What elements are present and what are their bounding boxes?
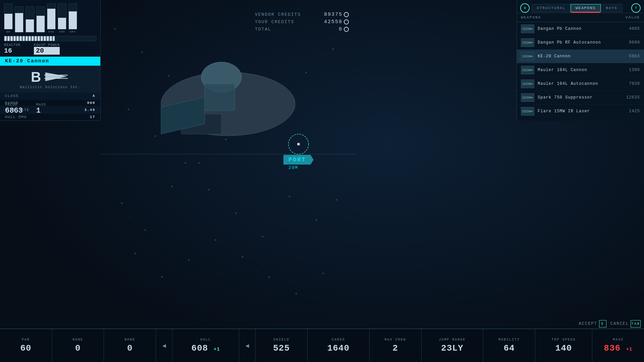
accept-key: E [599, 320, 606, 327]
weapon-name: Flare 15MW IR Laser [538, 109, 623, 114]
stat-bar-grv: GRV [68, 3, 77, 33]
weapon-icon [521, 93, 534, 102]
tab-accent [571, 12, 600, 13]
weapon-item[interactable]: Mauler 104L Autocannon7030 [517, 77, 644, 91]
weapon-icon [521, 66, 534, 74]
accept-button[interactable]: ACCEPT E [579, 320, 606, 327]
ship-viewport [101, 10, 356, 231]
manufacturer-name: Ballistic Solutions Inc. [20, 85, 80, 89]
port-label: PORT [283, 155, 314, 165]
svg-rect-5 [205, 84, 235, 111]
tab-bar: 0 STRUCTURAL WEAPONS BAYS T [517, 0, 644, 13]
weapon-value: 12635 [626, 95, 640, 100]
weapon-name: Mauler 104L Cannon [538, 68, 623, 72]
port-distance: 29M [283, 165, 298, 170]
bottom-none-2: NONE 0 [104, 329, 156, 362]
weapon-value: 7030 [627, 81, 640, 86]
svg-rect-29 [531, 97, 533, 98]
svg-rect-17 [531, 42, 533, 43]
your-credits-label: YOUR CREDITS [255, 19, 294, 24]
stat-bar-2 [15, 6, 23, 33]
accept-label: ACCEPT [579, 321, 597, 326]
svg-rect-30 [522, 96, 528, 99]
weapon-icon [521, 52, 534, 61]
weapons-list-header: WEAPONS VALUE [517, 13, 644, 22]
action-buttons: ACCEPT E CANCEL TAB [579, 320, 641, 327]
svg-text:B: B [31, 69, 41, 84]
tab-structural[interactable]: STRUCTURAL [532, 4, 571, 12]
right-panel: 0 STRUCTURAL WEAPONS BAYS T WEAPONS VALU… [517, 0, 644, 121]
weapon-name: Dangan Pb Cannon [538, 26, 623, 31]
svg-marker-10 [45, 72, 67, 81]
svg-rect-20 [531, 56, 533, 57]
weapon-name: Dangan Pb RF Autocannon [538, 40, 623, 45]
bottom-arrow-2: ◀ [239, 329, 256, 362]
weapon-name: Spark 750 Suppressor [538, 95, 623, 100]
bottom-shield: SHIELD 525 [256, 329, 308, 362]
svg-rect-14 [531, 28, 533, 29]
weapons-col-header: WEAPONS [521, 15, 541, 19]
tab-circle-left[interactable]: 0 [520, 3, 530, 13]
power-bar-container [0, 35, 100, 43]
cancel-label: CANCEL [610, 321, 629, 326]
cancel-button[interactable]: CANCEL TAB [610, 320, 641, 327]
weapon-item[interactable]: Flare 15MW IR Laser1425 [517, 105, 644, 116]
stat-bars-row: W0 ENG [0, 0, 100, 35]
svg-rect-21 [522, 55, 528, 58]
total-credit-icon [344, 27, 349, 32]
bottom-none-1: NONE 0 [52, 329, 104, 362]
bottom-mobility: MOBILITY 64 [483, 329, 535, 362]
svg-rect-27 [522, 82, 528, 85]
manufacturer-logo: B [30, 69, 70, 84]
weapon-value: 1306 [627, 68, 640, 72]
weapon-value: 6863 [627, 54, 640, 59]
weapon-item[interactable]: KE-20 Cannon6863 [517, 50, 644, 63]
bottom-bar: PAR 60 NONE 0 NONE 0 ◀ HULL 608 +1 ◀ SHI… [0, 328, 644, 362]
weapon-item[interactable]: Dangan Pb Cannon4085 [517, 22, 644, 36]
bottom-par: PAR 60 [0, 329, 52, 362]
bottom-top-speed: TOP SPEED 140 [535, 329, 592, 362]
power-bar [4, 36, 96, 41]
weapon-item[interactable]: Spark 750 Suppressor12635 [517, 91, 644, 105]
vendor-credits-value: 89375 [324, 12, 342, 17]
weapon-name: KE-20 Cannon [538, 54, 623, 59]
value-display: 6863 [5, 107, 23, 115]
weapon-item[interactable]: Mauler 104L Cannon1306 [517, 63, 644, 77]
weapon-icon [521, 38, 534, 47]
weapon-value: 1425 [627, 109, 640, 114]
weapon-icon [521, 79, 534, 88]
weapon-value: 4085 [627, 26, 640, 31]
your-credit-icon [344, 19, 349, 24]
weapons-list: Dangan Pb Cannon4085 Dangan Pb RF Autoca… [517, 22, 644, 116]
bottom-max-crew: MAX CREW 2 [370, 329, 422, 362]
svg-rect-26 [531, 83, 533, 84]
your-credits-value: 42558 [324, 19, 342, 25]
weapon-item[interactable]: Dangan Pb RF Autocannon9690 [517, 36, 644, 50]
bottom-hull: HULL 608 +1 [172, 329, 239, 362]
svg-rect-15 [522, 27, 528, 30]
stat-bar-eng: ENG [47, 3, 56, 33]
mass-display: 1 [36, 107, 46, 115]
svg-rect-23 [531, 70, 533, 70]
stat-bar-w0: W0 [4, 3, 13, 33]
stat-bar-4 [36, 6, 45, 33]
mass-label: MASS [36, 103, 46, 107]
vendor-credits-label: VENDOR CREDITS [255, 12, 301, 17]
manufacturer-area: B Ballistic Solutions Inc. [0, 66, 100, 93]
weapon-icon [521, 107, 534, 116]
port-marker: PORT 29M [283, 155, 314, 170]
svg-rect-18 [522, 41, 528, 44]
weapon-icon [521, 24, 534, 33]
svg-rect-32 [531, 111, 533, 112]
weapon-value: 9690 [627, 40, 640, 45]
vendor-credit-icon [344, 12, 349, 17]
tab-weapons[interactable]: WEAPONS [571, 4, 601, 12]
tab-bays[interactable]: BAYS [601, 4, 622, 12]
tab-circle-right[interactable]: T [631, 3, 641, 13]
total-label: TOTAL [255, 27, 271, 32]
reactor-value: 16 [4, 47, 20, 55]
selected-weapon-name: KE-20 Cannon [0, 57, 100, 66]
reactor-label: REACTOR [4, 43, 20, 47]
bottom-cargo: CARGO 1640 [308, 329, 369, 362]
value-mass-row: VALUE 6863 MASS 1 [0, 100, 51, 118]
